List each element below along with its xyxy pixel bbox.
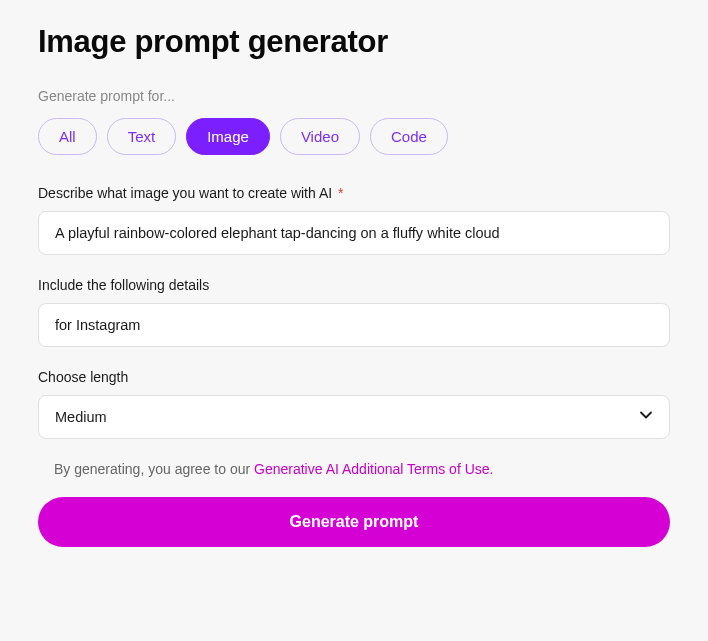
details-label: Include the following details: [38, 277, 670, 293]
details-input[interactable]: [38, 303, 670, 347]
tab-all[interactable]: All: [38, 118, 97, 155]
length-select-wrapper: Medium: [38, 395, 670, 439]
describe-input[interactable]: [38, 211, 670, 255]
tab-code[interactable]: Code: [370, 118, 448, 155]
generate-button[interactable]: Generate prompt: [38, 497, 670, 547]
length-label: Choose length: [38, 369, 670, 385]
length-select[interactable]: Medium: [38, 395, 670, 439]
details-group: Include the following details: [38, 277, 670, 347]
page-title: Image prompt generator: [38, 24, 670, 60]
terms-link[interactable]: Generative AI Additional Terms of Use.: [254, 461, 493, 477]
describe-label: Describe what image you want to create w…: [38, 185, 670, 201]
tab-video[interactable]: Video: [280, 118, 360, 155]
generate-for-label: Generate prompt for...: [38, 88, 670, 104]
required-star: *: [338, 185, 343, 201]
terms-prefix: By generating, you agree to our: [54, 461, 254, 477]
type-tabs: All Text Image Video Code: [38, 118, 670, 155]
describe-group: Describe what image you want to create w…: [38, 185, 670, 255]
length-group: Choose length Medium: [38, 369, 670, 439]
describe-label-text: Describe what image you want to create w…: [38, 185, 332, 201]
tab-image[interactable]: Image: [186, 118, 270, 155]
tab-text[interactable]: Text: [107, 118, 177, 155]
terms-text: By generating, you agree to our Generati…: [38, 461, 670, 477]
